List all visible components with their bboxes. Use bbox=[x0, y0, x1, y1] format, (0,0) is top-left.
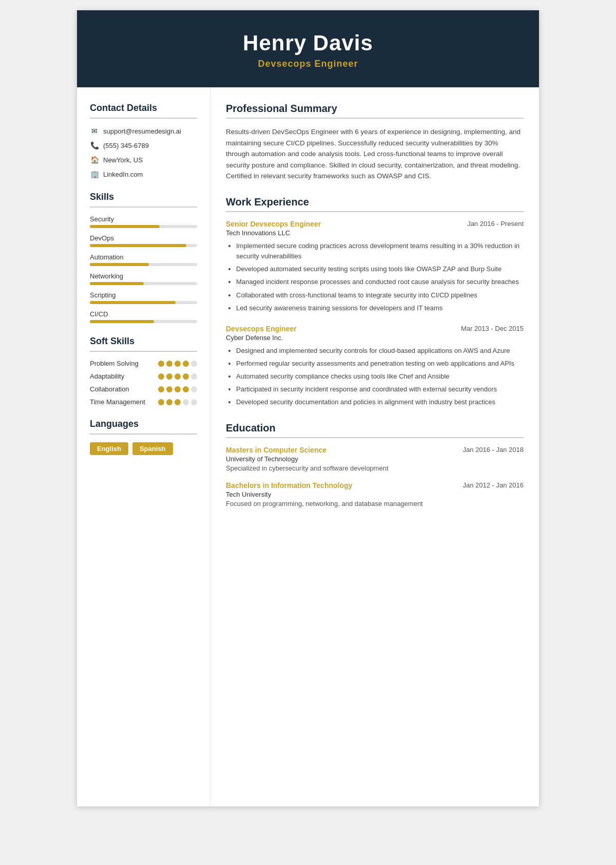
education-item: Bachelors in Information Technology Jan … bbox=[226, 481, 524, 507]
bullet: Implemented secure coding practices acro… bbox=[236, 241, 524, 261]
summary-divider bbox=[226, 118, 524, 119]
skills-title: Skills bbox=[90, 192, 197, 202]
contact-phone: 📞 (555) 345-6789 bbox=[90, 141, 197, 150]
bullet: Managed incident response processes and … bbox=[236, 277, 524, 287]
dots-container bbox=[158, 361, 197, 367]
skill-item: Security bbox=[90, 215, 197, 228]
skill-name: Security bbox=[90, 215, 197, 223]
dot bbox=[175, 386, 181, 392]
skills-divider bbox=[90, 206, 197, 208]
summary-section: Professional Summary Results-driven DevS… bbox=[226, 103, 524, 182]
skills-list: Security DevOps Automation Networking Sc… bbox=[90, 215, 197, 323]
bullet: Led security awareness training sessions… bbox=[236, 303, 524, 313]
experience-section: Work Experience Senior Devsecops Enginee… bbox=[226, 196, 524, 408]
language-tag: Spanish bbox=[132, 442, 173, 455]
resume-container: Henry Davis Devsecops Engineer Contact D… bbox=[77, 10, 539, 806]
experience-title: Work Experience bbox=[226, 196, 524, 208]
edu-header: Masters in Computer Science Jan 2016 - J… bbox=[226, 446, 524, 454]
location-icon: 🏠 bbox=[90, 155, 99, 164]
education-list: Masters in Computer Science Jan 2016 - J… bbox=[226, 446, 524, 507]
job-header: Senior Devsecops Engineer Jan 2016 - Pre… bbox=[226, 220, 524, 228]
education-section: Education Masters in Computer Science Ja… bbox=[226, 422, 524, 507]
dot bbox=[166, 361, 172, 367]
edu-school: Tech University bbox=[226, 491, 524, 498]
dot bbox=[183, 399, 189, 405]
dot bbox=[191, 361, 197, 367]
soft-skill-name: Problem Solving bbox=[90, 360, 158, 367]
skill-name: Scripting bbox=[90, 291, 197, 299]
skill-item: Automation bbox=[90, 253, 197, 266]
job-item: Devsecops Engineer Mar 2013 - Dec 2015 C… bbox=[226, 325, 524, 408]
languages-divider bbox=[90, 434, 197, 435]
edu-desc: Specialized in cybersecurity and softwar… bbox=[226, 464, 524, 472]
skill-bar-bg bbox=[90, 320, 197, 323]
job-title: Devsecops Engineer bbox=[226, 325, 297, 333]
dot bbox=[183, 361, 189, 367]
skill-bar-fill bbox=[90, 320, 154, 323]
education-divider bbox=[226, 437, 524, 438]
soft-skills-divider bbox=[90, 351, 197, 352]
dots-container bbox=[158, 373, 197, 380]
soft-skill-item: Collaboration bbox=[90, 385, 197, 393]
dot bbox=[166, 373, 172, 380]
dot bbox=[158, 399, 164, 405]
contact-linkedin: 🏢 LinkedIn.com bbox=[90, 170, 197, 179]
dot bbox=[183, 386, 189, 392]
dot bbox=[191, 373, 197, 380]
dot bbox=[183, 373, 189, 380]
soft-skills-title: Soft Skills bbox=[90, 336, 197, 347]
bullet: Developed security documentation and pol… bbox=[236, 397, 524, 407]
bullet: Automated security compliance checks usi… bbox=[236, 371, 524, 382]
job-bullets: Designed and implemented security contro… bbox=[226, 346, 524, 408]
bullet: Participated in security incident respon… bbox=[236, 384, 524, 394]
language-tag: English bbox=[90, 442, 128, 455]
bullet: Performed regular security assessments a… bbox=[236, 359, 524, 369]
dot bbox=[191, 386, 197, 392]
phone-value: (555) 345-6789 bbox=[103, 142, 149, 149]
soft-skill-name: Time Management bbox=[90, 398, 158, 406]
skill-bar-fill bbox=[90, 301, 176, 304]
edu-degree: Masters in Computer Science bbox=[226, 446, 326, 454]
skill-bar-bg bbox=[90, 282, 197, 285]
experience-divider bbox=[226, 211, 524, 212]
contact-location: 🏠 NewYork, US bbox=[90, 155, 197, 164]
resume-header: Henry Davis Devsecops Engineer bbox=[77, 10, 539, 87]
email-value: support@resumedesign.ai bbox=[103, 127, 181, 135]
skill-item: Scripting bbox=[90, 291, 197, 304]
summary-text: Results-driven DevSecOps Engineer with 6… bbox=[226, 126, 524, 182]
skill-bar-bg bbox=[90, 244, 197, 247]
contact-divider bbox=[90, 118, 197, 119]
dot bbox=[166, 386, 172, 392]
skill-bar-fill bbox=[90, 225, 160, 228]
education-item: Masters in Computer Science Jan 2016 - J… bbox=[226, 446, 524, 472]
linkedin-icon: 🏢 bbox=[90, 170, 99, 179]
dot bbox=[191, 399, 197, 405]
contact-section: Contact Details ✉ support@resumedesign.a… bbox=[90, 103, 197, 179]
edu-desc: Focused on programming, networking, and … bbox=[226, 500, 524, 507]
linkedin-value: LinkedIn.com bbox=[103, 171, 143, 178]
bullet: Designed and implemented security contro… bbox=[236, 346, 524, 356]
skill-name: DevOps bbox=[90, 234, 197, 242]
edu-degree: Bachelors in Information Technology bbox=[226, 481, 352, 490]
skill-name: CI/CD bbox=[90, 310, 197, 318]
soft-skill-item: Adaptability bbox=[90, 372, 197, 380]
summary-title: Professional Summary bbox=[226, 103, 524, 115]
edu-header: Bachelors in Information Technology Jan … bbox=[226, 481, 524, 490]
main-content: Professional Summary Results-driven DevS… bbox=[210, 87, 539, 806]
dot bbox=[166, 399, 172, 405]
location-value: NewYork, US bbox=[103, 156, 143, 164]
bullet: Collaborated with cross-functional teams… bbox=[236, 290, 524, 300]
skill-bar-bg bbox=[90, 263, 197, 266]
skill-bar-bg bbox=[90, 301, 197, 304]
job-date: Jan 2016 - Present bbox=[467, 220, 524, 228]
job-company: Cyber Defense Inc. bbox=[226, 334, 524, 342]
languages-section: Languages EnglishSpanish bbox=[90, 419, 197, 455]
bullet: Developed automated security testing scr… bbox=[236, 264, 524, 274]
job-header: Devsecops Engineer Mar 2013 - Dec 2015 bbox=[226, 325, 524, 333]
edu-school: University of Technology bbox=[226, 455, 524, 463]
soft-skill-name: Collaboration bbox=[90, 385, 158, 393]
skill-name: Networking bbox=[90, 272, 197, 280]
job-date: Mar 2013 - Dec 2015 bbox=[461, 325, 524, 332]
dot bbox=[158, 373, 164, 380]
skill-item: CI/CD bbox=[90, 310, 197, 323]
